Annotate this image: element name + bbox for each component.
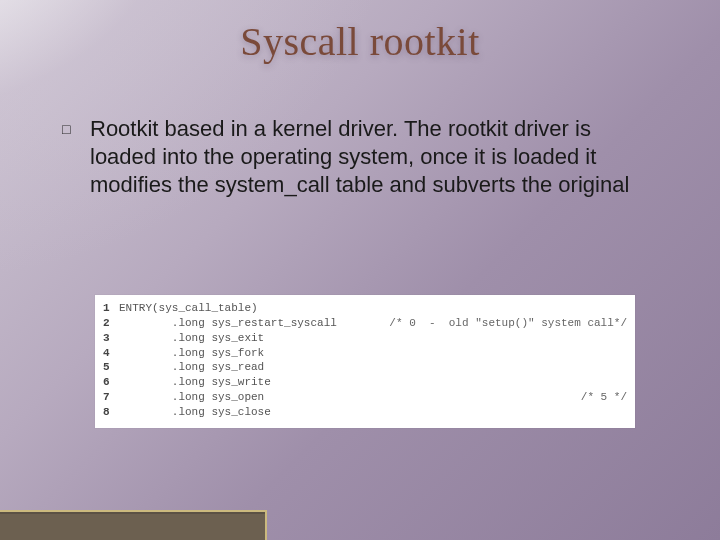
code-line: 6 .long sys_write — [103, 375, 627, 390]
slide-title: Syscall rootkit — [0, 0, 720, 65]
slide-body: □ Rootkit based in a kernel driver. The … — [62, 115, 652, 199]
code-text: .long sys_read — [119, 360, 264, 375]
body-text: Rootkit based in a kernel driver. The ro… — [90, 115, 652, 199]
line-number: 7 — [103, 390, 119, 405]
code-text: .long sys_fork — [119, 346, 264, 361]
line-number: 6 — [103, 375, 119, 390]
line-number: 1 — [103, 301, 119, 316]
code-line: 7 .long sys_open /* 5 */ — [103, 390, 627, 405]
code-text: .long sys_restart_syscall — [119, 316, 337, 331]
line-number: 2 — [103, 316, 119, 331]
code-line: 3 .long sys_exit — [103, 331, 627, 346]
code-comment: /* 0 - old "setup()" system call*/ — [377, 316, 627, 331]
line-number: 5 — [103, 360, 119, 375]
footer-accent-bar — [0, 510, 267, 540]
slide: Syscall rootkit □ Rootkit based in a ker… — [0, 0, 720, 540]
code-comment — [615, 360, 627, 375]
code-line: 8 .long sys_close — [103, 405, 627, 420]
code-comment — [615, 331, 627, 346]
code-block: 1 ENTRY(sys_call_table) 2 .long sys_rest… — [95, 295, 635, 428]
code-text: .long sys_open — [119, 390, 264, 405]
code-text: .long sys_exit — [119, 331, 264, 346]
line-number: 8 — [103, 405, 119, 420]
code-text: .long sys_close — [119, 405, 271, 420]
line-number: 3 — [103, 331, 119, 346]
line-number: 4 — [103, 346, 119, 361]
code-comment — [615, 405, 627, 420]
bullet-square-icon: □ — [62, 115, 90, 143]
code-comment — [615, 301, 627, 316]
code-line: 5 .long sys_read — [103, 360, 627, 375]
code-comment: /* 5 */ — [569, 390, 627, 405]
code-comment — [615, 346, 627, 361]
code-text: ENTRY(sys_call_table) — [119, 301, 258, 316]
code-comment — [615, 375, 627, 390]
code-text: .long sys_write — [119, 375, 271, 390]
code-line: 2 .long sys_restart_syscall /* 0 - old "… — [103, 316, 627, 331]
code-line: 1 ENTRY(sys_call_table) — [103, 301, 627, 316]
code-line: 4 .long sys_fork — [103, 346, 627, 361]
bullet-item: □ Rootkit based in a kernel driver. The … — [62, 115, 652, 199]
